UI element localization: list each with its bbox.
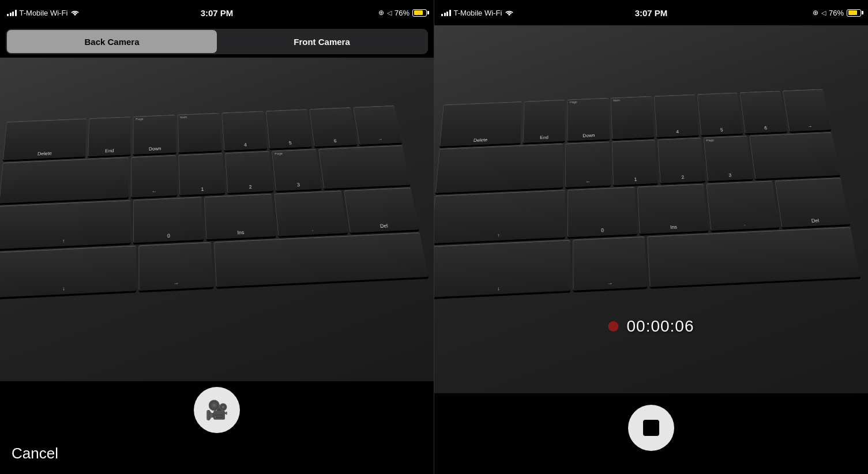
- carrier-left: T-Mobile Wi-Fi: [20, 9, 68, 17]
- front-camera-button[interactable]: Front Camera: [217, 30, 427, 53]
- key-r-space: [647, 227, 860, 287]
- key-r-up: ↑: [434, 190, 565, 244]
- stop-button[interactable]: [628, 405, 674, 451]
- key-r-end: End: [523, 100, 565, 143]
- lightning-left: ⚡: [415, 10, 421, 16]
- camera-view-left: Delete End PageDown Num 4 5 6 → ← 1 2 Pa…: [0, 58, 434, 381]
- key-plus-left: →: [353, 106, 401, 145]
- key-r-4: 4: [654, 95, 699, 137]
- wifi-icon-left: [70, 9, 80, 16]
- camera-selector: Back Camera Front Camera: [0, 25, 434, 58]
- key-r-ins: Ins: [637, 184, 708, 234]
- signal-bar-r1: [441, 14, 443, 16]
- keyboard-background-left: Delete End PageDown Num 4 5 6 → ← 1 2 Pa…: [0, 58, 434, 381]
- key-space-left: [213, 232, 429, 287]
- key-delete-left: Delete: [3, 118, 87, 160]
- key-up-left: ↑: [0, 200, 131, 249]
- recording-dot: [608, 321, 619, 332]
- key-5-left: 5: [265, 109, 312, 148]
- key-0-left: 0: [133, 197, 203, 243]
- key-end-left: End: [88, 116, 131, 156]
- signal-bar-r4: [449, 10, 451, 16]
- key-r-pgdn: PageDown: [568, 98, 610, 141]
- battery-fill-right: ⚡: [848, 10, 857, 15]
- battery-percent-left: 76%: [394, 9, 409, 17]
- key-r-down: ↓: [434, 240, 570, 298]
- back-camera-button[interactable]: Back Camera: [7, 30, 217, 53]
- signal-bars-left: [7, 9, 17, 16]
- status-left-right: T-Mobile Wi-Fi: [441, 9, 514, 17]
- record-button[interactable]: 🎥: [194, 387, 240, 433]
- key-r-num: Num: [611, 96, 655, 139]
- key-6-left: 6: [309, 107, 357, 146]
- location-icon-left: ⊕: [378, 9, 384, 17]
- segment-control: Back Camera Front Camera: [6, 29, 428, 54]
- signal-bar-r2: [444, 13, 446, 16]
- key-2-left: 2: [225, 151, 273, 193]
- status-right-left: ⊕ ◁ 76% ⚡: [378, 9, 427, 17]
- wifi-icon-right: [505, 9, 514, 16]
- direction-icon-left: ◁: [387, 9, 392, 17]
- battery-fill-left: ⚡: [414, 10, 423, 15]
- keyboard-background-right: Delete End PageDown Num 4 5 6 → ← 1 2 Pa…: [434, 25, 868, 393]
- location-icon-right: ⊕: [813, 9, 818, 17]
- key-r-2: 2: [657, 138, 705, 183]
- status-bar-left: T-Mobile Wi-Fi 3:07 PM ⊕ ◁ 76% ⚡: [0, 0, 434, 25]
- time-left: 3:07 PM: [201, 8, 234, 18]
- battery-icon-left: ⚡: [412, 9, 427, 17]
- signal-bar-2: [10, 13, 12, 16]
- record-btn-container: 🎥: [194, 387, 240, 433]
- signal-bars-right: [441, 9, 451, 16]
- bottom-area-left: 🎥 Cancel: [0, 381, 434, 474]
- key-4-left: 4: [221, 111, 267, 150]
- stop-btn-container: [628, 405, 674, 451]
- stop-icon: [643, 420, 659, 436]
- video-camera-icon: 🎥: [205, 399, 228, 421]
- recording-overlay: 00:00:06: [608, 317, 694, 336]
- key-r-enter: [749, 132, 840, 179]
- key-r-1: 1: [611, 140, 658, 186]
- key-down-left: ↓: [0, 245, 136, 298]
- bottom-area-right: [434, 393, 868, 474]
- status-bar-right: T-Mobile Wi-Fi 3:07 PM ⊕ ◁ 76% ⚡: [434, 0, 868, 25]
- key-r-0: 0: [568, 187, 637, 237]
- status-left-left: T-Mobile Wi-Fi: [7, 9, 80, 17]
- key-num-left: Num: [178, 113, 222, 153]
- key-r-delete: Delete: [439, 101, 521, 146]
- right-phone-screen: T-Mobile Wi-Fi 3:07 PM ⊕ ◁ 76% ⚡ Delete: [434, 0, 868, 474]
- cancel-label[interactable]: Cancel: [0, 445, 58, 462]
- key-enter-left: [318, 145, 410, 189]
- key-r-6: 6: [740, 91, 787, 133]
- key-r-plus: →: [783, 89, 831, 131]
- signal-bar-1: [7, 14, 9, 16]
- keyboard-grid-right: Delete End PageDown Num 4 5 6 → ← 1 2 Pa…: [434, 86, 868, 393]
- camera-view-right: Delete End PageDown Num 4 5 6 → ← 1 2 Pa…: [434, 25, 868, 393]
- key-larrow-left: ←: [131, 155, 177, 197]
- direction-icon-right: ◁: [821, 9, 826, 17]
- battery-percent-right: 76%: [829, 9, 844, 17]
- key-rarrow2-left: →: [138, 242, 213, 291]
- signal-bar-3: [12, 12, 14, 16]
- carrier-right: T-Mobile Wi-Fi: [454, 9, 502, 17]
- key-3-left: Page3: [272, 149, 321, 191]
- key-r-3: Page3: [704, 136, 753, 181]
- left-phone-screen: T-Mobile Wi-Fi 3:07 PM ⊕ ◁ 76% ⚡ Back Ca…: [0, 0, 434, 474]
- key-dot-left: .: [274, 190, 348, 236]
- key-r-5: 5: [697, 93, 743, 136]
- key-1-left: 1: [178, 153, 226, 195]
- battery-icon-right: ⚡: [847, 9, 861, 17]
- key-home-left: [0, 157, 129, 203]
- lightning-right: ⚡: [850, 10, 855, 16]
- key-pgdn-left: PageDown: [133, 115, 176, 155]
- key-del-left: Del: [344, 187, 419, 233]
- status-right-right: ⊕ ◁ 76% ⚡: [813, 9, 861, 17]
- key-r-home: [435, 144, 563, 193]
- keyboard-grid-left: Delete End PageDown Num 4 5 6 → ← 1 2 Pa…: [0, 102, 434, 381]
- key-ins-left: Ins: [204, 194, 276, 239]
- signal-bar-4: [15, 10, 17, 16]
- key-r-del: Del: [775, 178, 850, 227]
- key-r-dot: .: [706, 181, 779, 231]
- key-r-rarrow2: →: [573, 236, 647, 291]
- signal-bar-r3: [446, 12, 448, 16]
- key-r-larrow: ←: [565, 141, 611, 187]
